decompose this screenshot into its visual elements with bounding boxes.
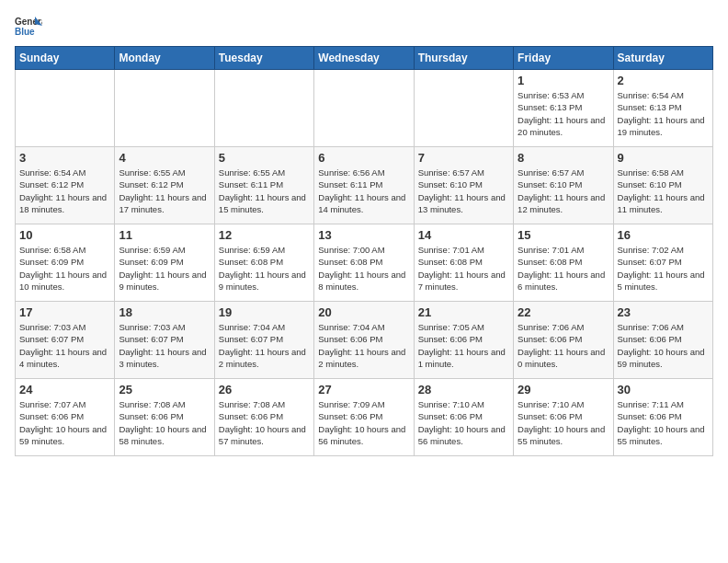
day-info: Sunrise: 6:58 AM Sunset: 6:09 PM Dayligh… (19, 244, 110, 293)
day-number: 3 (19, 151, 110, 165)
calendar-cell: 23Sunrise: 7:06 AM Sunset: 6:06 PM Dayli… (613, 302, 712, 379)
day-number: 22 (518, 305, 609, 319)
calendar-cell: 20Sunrise: 7:04 AM Sunset: 6:06 PM Dayli… (314, 302, 414, 379)
day-number: 5 (219, 151, 310, 165)
weekday-header-saturday: Saturday (613, 47, 712, 70)
day-number: 14 (418, 228, 509, 242)
day-number: 24 (19, 383, 110, 396)
day-info: Sunrise: 6:58 AM Sunset: 6:10 PM Dayligh… (618, 167, 709, 215)
day-info: Sunrise: 6:54 AM Sunset: 6:13 PM Dayligh… (618, 89, 709, 138)
calendar-cell: 26Sunrise: 7:08 AM Sunset: 6:06 PM Dayli… (214, 379, 313, 456)
day-number: 27 (318, 383, 409, 396)
calendar-cell: 2Sunrise: 6:54 AM Sunset: 6:13 PM Daylig… (613, 70, 712, 147)
calendar-cell: 15Sunrise: 7:01 AM Sunset: 6:08 PM Dayli… (514, 224, 613, 302)
weekday-header-thursday: Thursday (414, 47, 513, 70)
day-number: 2 (618, 74, 709, 87)
calendar-cell: 12Sunrise: 6:59 AM Sunset: 6:08 PM Dayli… (214, 224, 313, 302)
day-number: 26 (219, 383, 310, 396)
day-info: Sunrise: 6:57 AM Sunset: 6:10 PM Dayligh… (418, 167, 509, 215)
calendar-cell (16, 70, 115, 147)
day-number: 17 (19, 305, 110, 319)
day-info: Sunrise: 6:53 AM Sunset: 6:13 PM Dayligh… (518, 89, 609, 138)
calendar-cell: 16Sunrise: 7:02 AM Sunset: 6:07 PM Dayli… (613, 224, 712, 302)
day-number: 6 (318, 151, 409, 165)
day-info: Sunrise: 7:01 AM Sunset: 6:08 PM Dayligh… (418, 244, 509, 293)
day-info: Sunrise: 7:01 AM Sunset: 6:08 PM Dayligh… (518, 244, 609, 293)
day-info: Sunrise: 7:02 AM Sunset: 6:07 PM Dayligh… (618, 244, 709, 293)
calendar-cell: 8Sunrise: 6:57 AM Sunset: 6:10 PM Daylig… (514, 147, 613, 224)
day-number: 13 (318, 228, 409, 242)
day-number: 21 (418, 305, 509, 319)
weekday-header-monday: Monday (115, 47, 214, 70)
day-info: Sunrise: 7:00 AM Sunset: 6:08 PM Dayligh… (318, 244, 409, 293)
calendar-cell: 13Sunrise: 7:00 AM Sunset: 6:08 PM Dayli… (314, 224, 414, 302)
day-number: 7 (418, 151, 509, 165)
calendar-cell: 27Sunrise: 7:09 AM Sunset: 6:06 PM Dayli… (314, 379, 414, 456)
day-info: Sunrise: 7:06 AM Sunset: 6:06 PM Dayligh… (518, 321, 609, 370)
day-number: 30 (618, 383, 709, 396)
svg-text:Blue: Blue (15, 27, 35, 37)
day-number: 19 (219, 305, 310, 319)
day-info: Sunrise: 6:55 AM Sunset: 6:12 PM Dayligh… (119, 167, 210, 215)
logo: General Blue (15, 15, 42, 37)
calendar-cell: 11Sunrise: 6:59 AM Sunset: 6:09 PM Dayli… (115, 224, 214, 302)
logo-icon: General Blue (15, 15, 42, 37)
calendar-table: SundayMondayTuesdayWednesdayThursdayFrid… (15, 46, 713, 456)
day-number: 18 (119, 305, 210, 319)
day-info: Sunrise: 7:04 AM Sunset: 6:06 PM Dayligh… (318, 321, 409, 370)
day-info: Sunrise: 6:55 AM Sunset: 6:11 PM Dayligh… (219, 167, 310, 215)
day-number: 12 (219, 228, 310, 242)
day-number: 16 (618, 228, 709, 242)
weekday-header-sunday: Sunday (16, 47, 115, 70)
day-info: Sunrise: 7:10 AM Sunset: 6:06 PM Dayligh… (518, 398, 609, 447)
calendar-cell: 29Sunrise: 7:10 AM Sunset: 6:06 PM Dayli… (514, 379, 613, 456)
calendar-cell: 9Sunrise: 6:58 AM Sunset: 6:10 PM Daylig… (613, 147, 712, 224)
calendar-cell (414, 70, 513, 147)
calendar-cell: 24Sunrise: 7:07 AM Sunset: 6:06 PM Dayli… (16, 379, 115, 456)
day-info: Sunrise: 6:59 AM Sunset: 6:09 PM Dayligh… (119, 244, 210, 293)
calendar-cell: 21Sunrise: 7:05 AM Sunset: 6:06 PM Dayli… (414, 302, 513, 379)
calendar-cell: 4Sunrise: 6:55 AM Sunset: 6:12 PM Daylig… (115, 147, 214, 224)
calendar-cell: 3Sunrise: 6:54 AM Sunset: 6:12 PM Daylig… (16, 147, 115, 224)
calendar-cell (314, 70, 414, 147)
day-info: Sunrise: 7:06 AM Sunset: 6:06 PM Dayligh… (618, 321, 709, 370)
weekday-header-friday: Friday (514, 47, 613, 70)
day-number: 4 (119, 151, 210, 165)
day-info: Sunrise: 7:07 AM Sunset: 6:06 PM Dayligh… (19, 398, 110, 447)
calendar-cell: 30Sunrise: 7:11 AM Sunset: 6:06 PM Dayli… (613, 379, 712, 456)
calendar-cell: 19Sunrise: 7:04 AM Sunset: 6:07 PM Dayli… (214, 302, 313, 379)
day-number: 20 (318, 305, 409, 319)
calendar-cell: 17Sunrise: 7:03 AM Sunset: 6:07 PM Dayli… (16, 302, 115, 379)
day-info: Sunrise: 7:03 AM Sunset: 6:07 PM Dayligh… (19, 321, 110, 370)
calendar-cell (214, 70, 313, 147)
calendar-cell: 22Sunrise: 7:06 AM Sunset: 6:06 PM Dayli… (514, 302, 613, 379)
day-number: 11 (119, 228, 210, 242)
calendar-cell: 5Sunrise: 6:55 AM Sunset: 6:11 PM Daylig… (214, 147, 313, 224)
day-number: 8 (518, 151, 609, 165)
calendar-cell: 6Sunrise: 6:56 AM Sunset: 6:11 PM Daylig… (314, 147, 414, 224)
calendar-cell: 25Sunrise: 7:08 AM Sunset: 6:06 PM Dayli… (115, 379, 214, 456)
day-number: 9 (618, 151, 709, 165)
day-info: Sunrise: 7:05 AM Sunset: 6:06 PM Dayligh… (418, 321, 509, 370)
day-number: 15 (518, 228, 609, 242)
calendar-cell: 7Sunrise: 6:57 AM Sunset: 6:10 PM Daylig… (414, 147, 513, 224)
day-number: 10 (19, 228, 110, 242)
day-number: 1 (518, 74, 609, 87)
calendar-cell: 1Sunrise: 6:53 AM Sunset: 6:13 PM Daylig… (514, 70, 613, 147)
calendar-cell: 14Sunrise: 7:01 AM Sunset: 6:08 PM Dayli… (414, 224, 513, 302)
day-info: Sunrise: 6:56 AM Sunset: 6:11 PM Dayligh… (318, 167, 409, 215)
day-number: 28 (418, 383, 509, 396)
page-header: General Blue (15, 15, 713, 37)
day-info: Sunrise: 6:59 AM Sunset: 6:08 PM Dayligh… (219, 244, 310, 293)
day-info: Sunrise: 7:10 AM Sunset: 6:06 PM Dayligh… (418, 398, 509, 447)
day-number: 23 (618, 305, 709, 319)
day-info: Sunrise: 7:09 AM Sunset: 6:06 PM Dayligh… (318, 398, 409, 447)
day-number: 29 (518, 383, 609, 396)
day-info: Sunrise: 6:57 AM Sunset: 6:10 PM Dayligh… (518, 167, 609, 215)
weekday-header-tuesday: Tuesday (214, 47, 313, 70)
day-info: Sunrise: 7:08 AM Sunset: 6:06 PM Dayligh… (119, 398, 210, 447)
day-number: 25 (119, 383, 210, 396)
day-info: Sunrise: 7:04 AM Sunset: 6:07 PM Dayligh… (219, 321, 310, 370)
day-info: Sunrise: 7:08 AM Sunset: 6:06 PM Dayligh… (219, 398, 310, 447)
day-info: Sunrise: 7:11 AM Sunset: 6:06 PM Dayligh… (618, 398, 709, 447)
